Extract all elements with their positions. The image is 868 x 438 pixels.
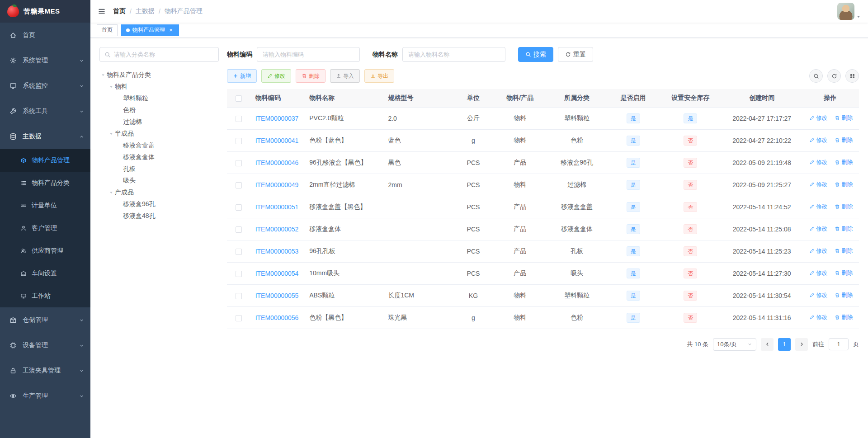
tree-node[interactable]: 移液盒盒体 (99, 151, 219, 163)
row-checkbox[interactable] (236, 116, 242, 122)
hamburger-button[interactable] (98, 7, 106, 15)
row-edit-button[interactable]: 修改 (809, 269, 827, 277)
tab-1[interactable]: 物料产品管理× (121, 24, 179, 36)
item-code-link[interactable]: ITEM00000037 (255, 115, 299, 122)
row-checkbox[interactable] (236, 182, 242, 188)
row-checkbox[interactable] (236, 138, 242, 144)
search-button[interactable] (782, 9, 786, 13)
tree-node[interactable]: 半成品 (99, 128, 219, 140)
row-edit-button[interactable]: 修改 (809, 159, 827, 166)
item-code-link[interactable]: ITEM00000051 (255, 203, 299, 211)
sidebar-item-1[interactable]: 系统管理 (0, 48, 90, 73)
font-size-button[interactable]: TT (826, 9, 829, 13)
page-1-button[interactable]: 1 (778, 338, 791, 351)
row-checkbox[interactable] (236, 204, 242, 211)
row-delete-button[interactable]: 删除 (835, 203, 853, 211)
search-button[interactable]: 搜索 (518, 47, 553, 62)
prev-page-button[interactable] (761, 338, 774, 351)
row-checkbox[interactable] (236, 226, 242, 233)
edit-button[interactable]: 修改 (261, 69, 291, 83)
tree-node[interactable]: 吸头 (99, 175, 219, 187)
row-delete-button[interactable]: 删除 (835, 137, 853, 144)
item-code-link[interactable]: ITEM00000052 (255, 226, 299, 233)
row-edit-button[interactable]: 修改 (809, 181, 827, 188)
category-search-input[interactable] (114, 51, 214, 58)
row-edit-button[interactable]: 修改 (809, 114, 827, 122)
export-button[interactable]: 导出 (364, 69, 394, 83)
user-menu[interactable] (837, 3, 861, 20)
tree-node[interactable]: 移液盒48孔 (99, 210, 219, 222)
tree-node[interactable]: 色粉 (99, 104, 219, 116)
column-settings-button[interactable] (845, 69, 859, 83)
add-button[interactable]: 新增 (227, 69, 257, 83)
logo[interactable]: 苦糖果MES (0, 0, 90, 23)
row-edit-button[interactable]: 修改 (809, 292, 827, 299)
row-delete-button[interactable]: 删除 (835, 225, 853, 233)
sidebar-subitem-5[interactable]: 车间设置 (0, 262, 90, 285)
item-code-link[interactable]: ITEM00000041 (255, 137, 299, 144)
import-button[interactable]: 导入 (330, 69, 360, 83)
row-edit-button[interactable]: 修改 (809, 137, 827, 144)
sidebar-subitem-4[interactable]: 供应商管理 (0, 240, 90, 262)
fullscreen-button[interactable] (815, 9, 818, 13)
row-edit-button[interactable]: 修改 (809, 247, 827, 255)
tree-node[interactable]: 孔板 (99, 163, 219, 175)
item-code-link[interactable]: ITEM00000049 (255, 181, 299, 188)
row-checkbox[interactable] (236, 249, 242, 255)
tree-node[interactable]: 物料及产品分类 (99, 69, 219, 81)
tree-node[interactable]: 移液盒96孔 (99, 198, 219, 210)
material-code-input[interactable] (257, 47, 360, 62)
tree-node[interactable]: 产成品 (99, 187, 219, 198)
github-button[interactable] (793, 9, 797, 13)
tree-node[interactable]: 移液盒盒盖 (99, 140, 219, 151)
row-edit-button[interactable]: 修改 (809, 203, 827, 211)
sidebar-subitem-3[interactable]: 客户管理 (0, 217, 90, 240)
row-delete-button[interactable]: 删除 (835, 114, 853, 122)
page-size-select[interactable]: 10条/页 (713, 338, 756, 351)
item-code-link[interactable]: ITEM00000046 (255, 159, 299, 166)
item-code-link[interactable]: ITEM00000053 (255, 248, 299, 255)
row-checkbox[interactable] (236, 160, 242, 166)
row-checkbox[interactable] (236, 293, 242, 299)
tree-node[interactable]: 塑料颗粒 (99, 93, 219, 104)
reset-button[interactable]: 重置 (558, 47, 593, 62)
row-checkbox[interactable] (236, 271, 242, 277)
row-delete-button[interactable]: 删除 (835, 159, 853, 166)
close-icon[interactable]: × (168, 27, 174, 33)
sidebar-item-7[interactable]: 工装夹具管理 (0, 358, 90, 383)
select-all-checkbox[interactable] (236, 95, 242, 102)
refresh-table-button[interactable] (827, 69, 841, 83)
item-code-link[interactable]: ITEM00000054 (255, 270, 299, 277)
row-delete-button[interactable]: 删除 (835, 292, 853, 299)
row-delete-button[interactable]: 删除 (835, 181, 853, 188)
tree-node[interactable]: 物料 (99, 81, 219, 93)
material-name-input[interactable] (402, 47, 505, 62)
item-code-link[interactable]: ITEM00000056 (255, 314, 299, 321)
sidebar-item-0[interactable]: 首页 (0, 23, 90, 48)
next-page-button[interactable] (795, 338, 808, 351)
sidebar-item-8[interactable]: 生产管理 (0, 383, 90, 409)
tab-0[interactable]: 首页 (97, 24, 118, 36)
sidebar-subitem-6[interactable]: 工作站 (0, 285, 90, 307)
sidebar-item-6[interactable]: 设备管理 (0, 333, 90, 358)
row-edit-button[interactable]: 修改 (809, 225, 827, 233)
breadcrumb-item[interactable]: 主数据 (136, 7, 155, 15)
breadcrumb-item[interactable]: 首页 (113, 7, 126, 15)
sidebar-subitem-0[interactable]: 物料产品管理 (0, 149, 90, 172)
toggle-search-button[interactable] (809, 69, 823, 83)
delete-button[interactable]: 删除 (296, 69, 326, 83)
tree-node[interactable]: 过滤棉 (99, 116, 219, 128)
row-delete-button[interactable]: 删除 (835, 269, 853, 277)
sidebar-item-2[interactable]: 系统监控 (0, 73, 90, 99)
sidebar-item-3[interactable]: 系统工具 (0, 99, 90, 124)
row-delete-button[interactable]: 删除 (835, 314, 853, 321)
row-delete-button[interactable]: 删除 (835, 247, 853, 255)
sidebar-item-5[interactable]: 仓储管理 (0, 307, 90, 333)
sidebar-subitem-1[interactable]: 物料产品分类 (0, 172, 90, 194)
sidebar-subitem-2[interactable]: 计量单位 (0, 194, 90, 217)
item-code-link[interactable]: ITEM00000055 (255, 292, 299, 299)
sidebar-item-4[interactable]: 主数据 (0, 124, 90, 149)
row-checkbox[interactable] (236, 315, 242, 321)
goto-page-input[interactable] (829, 338, 849, 350)
row-edit-button[interactable]: 修改 (809, 314, 827, 321)
